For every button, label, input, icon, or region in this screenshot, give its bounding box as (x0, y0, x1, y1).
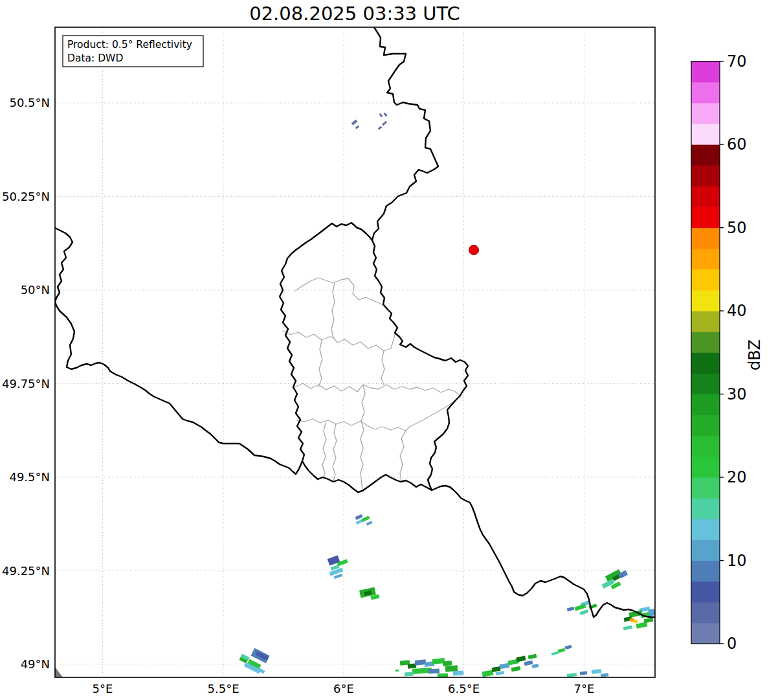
colorbar-tick-label: 40 (727, 302, 747, 320)
colorbar-segment (691, 102, 720, 124)
colorbar-segment (691, 144, 720, 166)
radar-site-dot (469, 245, 479, 255)
colorbar-segment (691, 394, 720, 415)
echo-cell (648, 609, 656, 616)
x-tick-label: 7°E (574, 682, 595, 695)
colorbar-segment (691, 165, 720, 186)
colorbar-tick-label: 70 (727, 52, 747, 71)
y-tick-label: 49.75°N (2, 377, 50, 390)
y-axis-tick-labels: 50.5°N50.25°N50°N49.75°N49.5°N49.25°N49°… (2, 96, 50, 671)
colorbar-segment (691, 289, 720, 311)
y-tick-label: 49°N (21, 657, 50, 671)
colorbar-segment (691, 332, 720, 353)
colorbar-segment (691, 61, 720, 82)
colorbar-tick-label: 0 (727, 635, 737, 653)
colorbar-segment (691, 498, 720, 519)
y-tick-label: 49.5°N (9, 470, 50, 484)
plot-title: 02.08.2025 03:33 UTC (249, 3, 460, 25)
radar-map-figure: 5°E5.5°E6°E6.5°E7°E 50.5°N50.25°N50°N49.… (0, 0, 778, 700)
colorbar-tick-label: 10 (727, 552, 747, 570)
echo-cell (395, 670, 399, 672)
echo-cell (453, 670, 463, 675)
colorbar-segment (691, 519, 720, 540)
colorbar-segment (691, 622, 720, 644)
colorbar: 010203040506070 (691, 52, 747, 653)
plot-background (55, 27, 655, 677)
echo-cell (428, 668, 439, 673)
colorbar-segment (691, 373, 720, 394)
colorbar-tick-label: 60 (727, 135, 747, 153)
x-tick-label: 5°E (93, 682, 113, 695)
y-tick-label: 49.25°N (2, 564, 50, 578)
colorbar-segment (691, 435, 720, 457)
y-tick-label: 50.25°N (2, 190, 50, 203)
colorbar-segment (691, 82, 720, 103)
colorbar-segment (691, 269, 720, 290)
x-tick-label: 6°E (333, 682, 354, 695)
product-annotation-box: Product: 0.5° Reflectivity Data: DWD (63, 36, 203, 67)
colorbar-segment (691, 123, 720, 144)
echo-cell (445, 665, 458, 672)
x-tick-label: 6.5°E (448, 682, 480, 695)
colorbar-segment (691, 539, 720, 561)
colorbar-segment (691, 227, 720, 249)
colorbar-segment (691, 248, 720, 269)
colorbar-segment (691, 602, 720, 623)
echo-cell (405, 672, 414, 677)
colorbar-segment (691, 414, 720, 436)
colorbar-unit-label: dBZ (746, 339, 764, 370)
colorbar-segment (691, 560, 720, 581)
map-canvas: 5°E5.5°E6°E6.5°E7°E 50.5°N50.25°N50°N49.… (0, 0, 778, 700)
x-axis-tick-labels: 5°E5.5°E6°E6.5°E7°E (93, 682, 595, 695)
annotation-product-line: Product: 0.5° Reflectivity (67, 39, 192, 51)
y-tick-label: 50°N (21, 283, 50, 297)
radar-site-layer (469, 245, 479, 255)
colorbar-segment (691, 311, 720, 332)
colorbar-tick-label: 50 (727, 219, 747, 237)
x-tick-label: 5.5°E (208, 682, 239, 695)
annotation-data-line: Data: DWD (67, 52, 123, 64)
colorbar-segment (691, 186, 720, 207)
colorbar-segment (691, 477, 720, 499)
colorbar-segment (691, 456, 720, 477)
colorbar-tick-label: 20 (727, 468, 747, 486)
y-tick-label: 50.5°N (9, 96, 50, 109)
colorbar-segment (691, 352, 720, 374)
echo-cell (443, 660, 452, 666)
colorbar-tick-label: 30 (727, 385, 747, 403)
colorbar-segment (691, 581, 720, 602)
colorbar-segment (691, 207, 720, 228)
